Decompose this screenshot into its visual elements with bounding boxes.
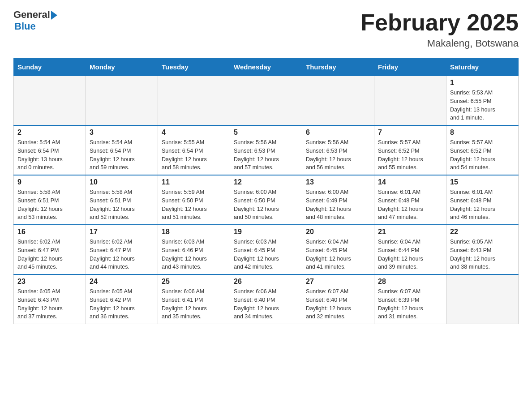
calendar-cell: 11Sunrise: 5:59 AM Sunset: 6:50 PM Dayli… — [158, 175, 230, 225]
calendar-header-row: SundayMondayTuesdayWednesdayThursdayFrid… — [14, 59, 519, 76]
calendar-cell: 1Sunrise: 5:53 AM Sunset: 6:55 PM Daylig… — [446, 76, 519, 125]
calendar-cell: 28Sunrise: 6:07 AM Sunset: 6:39 PM Dayli… — [374, 274, 446, 324]
week-row-4: 16Sunrise: 6:02 AM Sunset: 6:47 PM Dayli… — [14, 225, 519, 274]
logo-general-text: General — [13, 9, 50, 21]
calendar-cell: 6Sunrise: 5:56 AM Sunset: 6:53 PM Daylig… — [302, 125, 374, 175]
calendar-cell: 2Sunrise: 5:54 AM Sunset: 6:54 PM Daylig… — [14, 125, 86, 175]
day-number: 17 — [90, 228, 154, 236]
logo-arrow-icon — [51, 11, 57, 20]
calendar-cell: 14Sunrise: 6:01 AM Sunset: 6:48 PM Dayli… — [374, 175, 446, 225]
day-info: Sunrise: 6:00 AM Sunset: 6:50 PM Dayligh… — [234, 188, 298, 222]
day-info: Sunrise: 6:01 AM Sunset: 6:48 PM Dayligh… — [450, 188, 515, 222]
calendar-cell: 13Sunrise: 6:00 AM Sunset: 6:49 PM Dayli… — [302, 175, 374, 225]
day-number: 4 — [162, 128, 226, 137]
day-info: Sunrise: 6:06 AM Sunset: 6:40 PM Dayligh… — [234, 287, 298, 321]
day-number: 2 — [17, 128, 82, 137]
day-number: 20 — [306, 228, 370, 236]
day-info: Sunrise: 6:02 AM Sunset: 6:47 PM Dayligh… — [17, 238, 82, 271]
calendar-cell — [302, 76, 374, 125]
day-number: 11 — [162, 178, 226, 186]
day-info: Sunrise: 6:04 AM Sunset: 6:45 PM Dayligh… — [306, 238, 370, 271]
day-header-friday: Friday — [374, 59, 446, 76]
calendar-cell: 3Sunrise: 5:54 AM Sunset: 6:54 PM Daylig… — [86, 125, 158, 175]
day-header-sunday: Sunday — [14, 59, 86, 76]
calendar-title: February 2025 — [360, 9, 519, 36]
calendar-cell: 23Sunrise: 6:05 AM Sunset: 6:43 PM Dayli… — [14, 274, 86, 324]
calendar-cell: 7Sunrise: 5:57 AM Sunset: 6:52 PM Daylig… — [374, 125, 446, 175]
day-info: Sunrise: 6:05 AM Sunset: 6:42 PM Dayligh… — [90, 287, 154, 321]
day-number: 9 — [17, 178, 82, 186]
day-number: 22 — [450, 228, 515, 236]
calendar-cell: 25Sunrise: 6:06 AM Sunset: 6:41 PM Dayli… — [158, 274, 230, 324]
day-info: Sunrise: 6:07 AM Sunset: 6:39 PM Dayligh… — [378, 287, 442, 321]
day-header-tuesday: Tuesday — [158, 59, 230, 76]
day-number: 7 — [378, 128, 442, 137]
day-header-wednesday: Wednesday — [230, 59, 302, 76]
calendar-cell — [230, 76, 302, 125]
day-info: Sunrise: 6:02 AM Sunset: 6:47 PM Dayligh… — [90, 238, 154, 271]
day-info: Sunrise: 5:59 AM Sunset: 6:50 PM Dayligh… — [162, 188, 226, 222]
calendar-cell: 16Sunrise: 6:02 AM Sunset: 6:47 PM Dayli… — [14, 225, 86, 274]
calendar-cell — [374, 76, 446, 125]
calendar-cell: 15Sunrise: 6:01 AM Sunset: 6:48 PM Dayli… — [446, 175, 519, 225]
day-number: 23 — [17, 278, 82, 286]
day-number: 10 — [90, 178, 154, 186]
day-header-monday: Monday — [86, 59, 158, 76]
day-info: Sunrise: 6:04 AM Sunset: 6:44 PM Dayligh… — [378, 238, 442, 271]
day-info: Sunrise: 6:06 AM Sunset: 6:41 PM Dayligh… — [162, 287, 226, 321]
day-info: Sunrise: 6:01 AM Sunset: 6:48 PM Dayligh… — [378, 188, 442, 222]
day-number: 27 — [306, 278, 370, 286]
calendar-cell — [158, 76, 230, 125]
day-number: 18 — [162, 228, 226, 236]
day-number: 8 — [450, 128, 515, 137]
calendar-cell: 20Sunrise: 6:04 AM Sunset: 6:45 PM Dayli… — [302, 225, 374, 274]
day-info: Sunrise: 6:05 AM Sunset: 6:43 PM Dayligh… — [450, 238, 515, 271]
calendar-cell — [14, 76, 86, 125]
day-info: Sunrise: 5:53 AM Sunset: 6:55 PM Dayligh… — [450, 89, 515, 122]
logo: General Blue — [13, 9, 57, 32]
calendar-cell: 21Sunrise: 6:04 AM Sunset: 6:44 PM Dayli… — [374, 225, 446, 274]
calendar-cell: 27Sunrise: 6:07 AM Sunset: 6:40 PM Dayli… — [302, 274, 374, 324]
calendar-cell: 22Sunrise: 6:05 AM Sunset: 6:43 PM Dayli… — [446, 225, 519, 274]
calendar-cell: 12Sunrise: 6:00 AM Sunset: 6:50 PM Dayli… — [230, 175, 302, 225]
page-header: General Blue February 2025 Makaleng, Bot… — [13, 9, 519, 49]
day-number: 12 — [234, 178, 298, 186]
day-info: Sunrise: 6:03 AM Sunset: 6:45 PM Dayligh… — [234, 238, 298, 271]
logo-blue-text: Blue — [14, 21, 36, 32]
day-number: 21 — [378, 228, 442, 236]
day-number: 24 — [90, 278, 154, 286]
week-row-5: 23Sunrise: 6:05 AM Sunset: 6:43 PM Dayli… — [14, 274, 519, 324]
calendar-cell: 5Sunrise: 5:56 AM Sunset: 6:53 PM Daylig… — [230, 125, 302, 175]
calendar-subtitle: Makaleng, Botswana — [360, 38, 519, 49]
day-number: 6 — [306, 128, 370, 137]
day-info: Sunrise: 5:54 AM Sunset: 6:54 PM Dayligh… — [17, 138, 82, 172]
day-info: Sunrise: 5:54 AM Sunset: 6:54 PM Dayligh… — [90, 138, 154, 172]
day-number: 15 — [450, 178, 515, 186]
calendar-cell: 10Sunrise: 5:58 AM Sunset: 6:51 PM Dayli… — [86, 175, 158, 225]
week-row-2: 2Sunrise: 5:54 AM Sunset: 6:54 PM Daylig… — [14, 125, 519, 175]
day-header-saturday: Saturday — [446, 59, 519, 76]
calendar-cell: 26Sunrise: 6:06 AM Sunset: 6:40 PM Dayli… — [230, 274, 302, 324]
day-number: 3 — [90, 128, 154, 137]
calendar-cell: 4Sunrise: 5:55 AM Sunset: 6:54 PM Daylig… — [158, 125, 230, 175]
day-info: Sunrise: 6:05 AM Sunset: 6:43 PM Dayligh… — [17, 287, 82, 321]
day-number: 26 — [234, 278, 298, 286]
day-info: Sunrise: 5:58 AM Sunset: 6:51 PM Dayligh… — [90, 188, 154, 222]
day-info: Sunrise: 5:56 AM Sunset: 6:53 PM Dayligh… — [234, 138, 298, 172]
day-number: 13 — [306, 178, 370, 186]
day-header-thursday: Thursday — [302, 59, 374, 76]
calendar-cell — [446, 274, 519, 324]
day-number: 1 — [450, 79, 515, 87]
calendar-cell: 19Sunrise: 6:03 AM Sunset: 6:45 PM Dayli… — [230, 225, 302, 274]
day-info: Sunrise: 6:00 AM Sunset: 6:49 PM Dayligh… — [306, 188, 370, 222]
day-info: Sunrise: 5:57 AM Sunset: 6:52 PM Dayligh… — [378, 138, 442, 172]
day-info: Sunrise: 5:58 AM Sunset: 6:51 PM Dayligh… — [17, 188, 82, 222]
day-info: Sunrise: 5:55 AM Sunset: 6:54 PM Dayligh… — [162, 138, 226, 172]
day-number: 25 — [162, 278, 226, 286]
day-info: Sunrise: 6:03 AM Sunset: 6:46 PM Dayligh… — [162, 238, 226, 271]
calendar-cell — [86, 76, 158, 125]
calendar-cell: 24Sunrise: 6:05 AM Sunset: 6:42 PM Dayli… — [86, 274, 158, 324]
calendar-cell: 8Sunrise: 5:57 AM Sunset: 6:52 PM Daylig… — [446, 125, 519, 175]
day-info: Sunrise: 5:57 AM Sunset: 6:52 PM Dayligh… — [450, 138, 515, 172]
day-info: Sunrise: 6:07 AM Sunset: 6:40 PM Dayligh… — [306, 287, 370, 321]
